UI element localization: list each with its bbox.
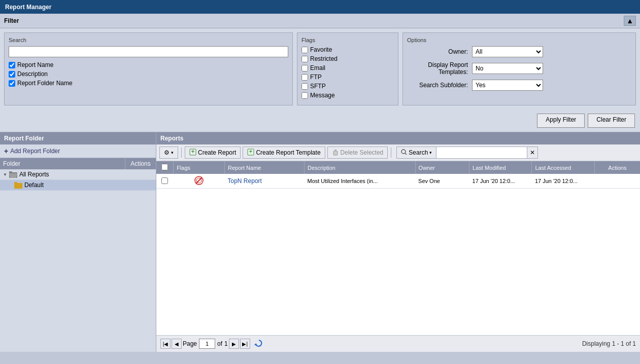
pagination: |◀ ◀ Page of 1 ▶ ▶| — [156, 335, 640, 352]
folder-item-inner: ▼ All Reports — [3, 171, 153, 178]
restricted-checkbox[interactable] — [301, 56, 308, 62]
search-toolbar: Search ▾ ✕ — [396, 147, 538, 159]
reports-panel: Reports ⚙ ▾ + Create Report + Create Rep… — [156, 132, 640, 352]
first-page-btn[interactable]: |◀ — [160, 339, 171, 349]
th-description: Description — [304, 161, 415, 174]
row-actions-cell — [594, 174, 640, 189]
sftp-checkbox[interactable] — [301, 83, 308, 90]
row-owner-cell: Sev One — [415, 174, 469, 189]
message-label: Message — [310, 92, 335, 99]
prev-page-btn[interactable]: ◀ — [172, 339, 182, 349]
search-clear-btn[interactable]: ✕ — [527, 147, 538, 159]
ftp-checkbox[interactable] — [301, 74, 308, 81]
th-last-accessed: Last Accessed — [532, 161, 594, 174]
page-input[interactable] — [199, 339, 215, 349]
search-input[interactable] — [9, 46, 288, 57]
flags-group-label: Flags — [301, 37, 394, 43]
svg-marker-11 — [254, 343, 257, 345]
display-templates-select[interactable]: No Yes — [472, 63, 543, 74]
row-report-name-cell: TopN Report — [225, 174, 305, 189]
gear-icon: ⚙ — [164, 149, 170, 156]
favorite-label: Favorite — [310, 46, 332, 53]
owner-label: Owner: — [407, 48, 468, 55]
display-templates-row: Display ReportTemplates: No Yes — [407, 61, 631, 76]
message-checkbox[interactable] — [301, 92, 308, 99]
svg-line-7 — [405, 153, 407, 155]
options-group-label: Options — [407, 37, 631, 43]
report-name-link[interactable]: TopN Report — [228, 177, 262, 185]
displaying-label: Displaying 1 - 1 of 1 — [582, 340, 636, 347]
reports-table: Flags Report Name Description Owner Last… — [156, 161, 640, 335]
search-toolbar-label: Search — [409, 149, 428, 156]
search-toolbar-input[interactable] — [436, 147, 527, 159]
report-name-checkbox-row: Report Name — [9, 61, 288, 68]
page-total: 1 — [224, 340, 228, 347]
create-report-btn[interactable]: + Create Report — [185, 147, 241, 159]
svg-point-6 — [401, 150, 406, 154]
row-description-cell: Most Utilized Interfaces (in... — [304, 174, 415, 189]
svg-text:+: + — [249, 149, 253, 155]
apply-filter-button[interactable]: Apply Filter — [537, 114, 585, 128]
svg-rect-4 — [333, 151, 338, 155]
folder-panel-header: Report Folder — [0, 132, 156, 144]
folder-table-header: Folder Actions — [0, 158, 156, 169]
description-checkbox[interactable] — [9, 71, 15, 78]
row-checkbox-cell — [156, 174, 174, 189]
description-checkbox-row: Description — [9, 70, 288, 78]
create-template-btn[interactable]: + Create Report Template — [243, 147, 325, 159]
owner-select[interactable]: All — [472, 46, 543, 57]
folder-name-checkbox[interactable] — [9, 80, 15, 87]
title-bar: Report Manager — [0, 0, 640, 14]
create-template-icon: + — [247, 149, 254, 157]
th-flags: Flags — [174, 161, 225, 174]
th-last-modified: Last Modified — [469, 161, 532, 174]
table-row: TopN Report Most Utilized Interfaces (in… — [156, 174, 640, 189]
settings-btn[interactable]: ⚙ ▾ — [159, 147, 178, 159]
plus-icon: + — [4, 147, 8, 155]
restricted-label: Restricted — [310, 55, 338, 62]
ftp-checkbox-row: FTP — [301, 74, 394, 81]
folder-closed-icon — [14, 181, 22, 189]
search-icon — [401, 149, 407, 157]
favorite-checkbox[interactable] — [301, 47, 308, 53]
of-label: of — [217, 340, 222, 347]
next-page-btn[interactable]: ▶ — [229, 339, 239, 349]
options-group: Options Owner: All Display ReportTemplat… — [402, 32, 636, 105]
folder-item-default[interactable]: Default — [0, 180, 156, 191]
owner-row: Owner: All — [407, 46, 631, 57]
sftp-label: SFTP — [310, 83, 326, 90]
folder-name-label: Report Folder Name — [17, 80, 73, 87]
folder-item-inner-default: Default — [14, 181, 153, 189]
search-group-label: Search — [9, 37, 288, 43]
email-checkbox[interactable] — [301, 65, 308, 71]
filter-collapse-btn[interactable]: ▲ — [624, 16, 636, 26]
add-report-folder-btn[interactable]: + Add Report Folder — [0, 144, 156, 158]
search-toolbar-btn[interactable]: Search ▾ — [396, 147, 436, 159]
settings-dropdown-arrow: ▾ — [171, 150, 174, 155]
last-page-btn[interactable]: ▶| — [240, 339, 250, 349]
row-checkbox[interactable] — [161, 177, 168, 184]
search-subfolder-label: Search Subfolder: — [407, 82, 468, 89]
add-folder-label: Add Report Folder — [10, 148, 60, 155]
folder-tree: ▼ All Reports — [0, 169, 156, 352]
th-owner: Owner — [415, 161, 469, 174]
refresh-btn[interactable] — [253, 338, 264, 349]
search-subfolder-select[interactable]: Yes No — [472, 80, 543, 91]
folder-item-all-reports[interactable]: ▼ All Reports — [0, 169, 156, 180]
th-report-name: Report Name — [225, 161, 305, 174]
filter-header: Filter ▲ — [0, 14, 640, 28]
row-last-modified-cell: 17 Jun '20 12:0... — [469, 174, 532, 189]
th-checkbox — [156, 161, 174, 174]
page-info: Page of 1 — [183, 339, 228, 349]
favorite-checkbox-row: Favorite — [301, 46, 394, 53]
pagination-right: Displaying 1 - 1 of 1 — [582, 340, 636, 347]
clear-filter-button[interactable]: Clear Filter — [588, 114, 635, 128]
restricted-icon — [194, 176, 204, 185]
reports-panel-header: Reports — [156, 132, 640, 144]
restricted-checkbox-row: Restricted — [301, 55, 394, 62]
sftp-checkbox-row: SFTP — [301, 83, 394, 90]
delete-selected-btn[interactable]: Delete Selected — [327, 147, 388, 159]
report-name-checkbox[interactable] — [9, 62, 15, 68]
select-all-checkbox[interactable] — [161, 164, 168, 170]
th-actions: Actions — [594, 161, 640, 174]
